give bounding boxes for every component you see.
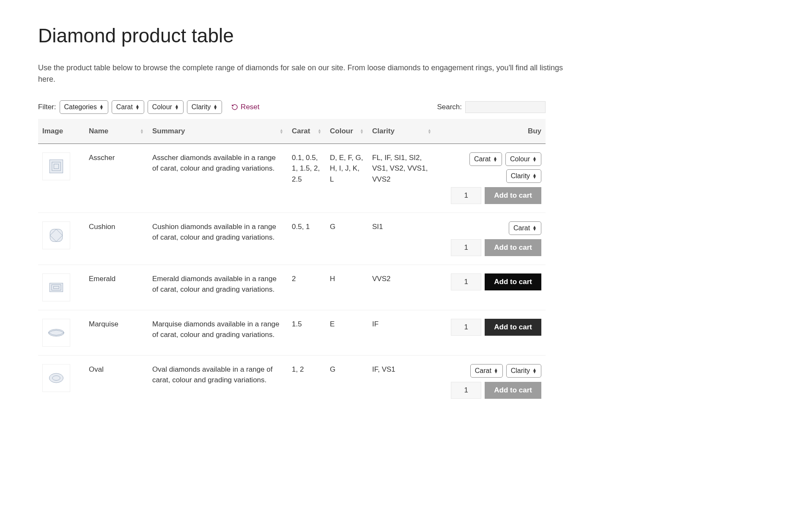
product-summary: Marquise diamonds available in a range o… xyxy=(148,310,288,355)
svg-rect-0 xyxy=(49,160,63,173)
sort-icon: ▲▼ xyxy=(140,129,144,134)
table-row: Asscher Asscher diamonds available in a … xyxy=(38,144,546,213)
page-title: Diamond product table xyxy=(38,21,774,50)
quantity-input[interactable] xyxy=(451,239,481,256)
search-wrap: Search: xyxy=(437,101,546,113)
filter-label: Filter: xyxy=(38,102,56,113)
product-summary: Emerald diamonds available in a range of… xyxy=(148,265,288,310)
buy-row: Add to cart xyxy=(451,273,541,290)
col-header-buy: Buy xyxy=(436,119,546,144)
buy-row: Add to cart xyxy=(451,382,541,399)
variant-colour-select[interactable]: Colour▲▼ xyxy=(505,152,541,166)
chevron-updown-icon: ▲▼ xyxy=(532,157,537,162)
filter-categories-label: Categories xyxy=(64,102,97,112)
col-header-colour[interactable]: Colour▲▼ xyxy=(326,119,368,144)
add-to-cart-button[interactable]: Add to cart xyxy=(485,382,541,399)
variant-selects: Carat▲▼ xyxy=(509,221,541,235)
filter-row: Filter: Categories ▲▼ Carat ▲▼ Colour ▲▼… xyxy=(38,100,260,114)
variant-clarity-select[interactable]: Clarity▲▼ xyxy=(506,364,541,378)
product-clarity: IF xyxy=(368,310,436,355)
undo-icon xyxy=(231,104,238,110)
variant-carat-select[interactable]: Carat▲▼ xyxy=(470,364,503,378)
product-name[interactable]: Emerald xyxy=(85,265,148,310)
variant-clarity-select[interactable]: Clarity▲▼ xyxy=(506,169,541,183)
filter-colour-select[interactable]: Colour ▲▼ xyxy=(148,100,184,114)
chevron-updown-icon: ▲▼ xyxy=(532,174,537,179)
product-colour: E xyxy=(326,310,368,355)
buy-row: Add to cart xyxy=(451,239,541,256)
product-carat: 0.1, 0.5, 1, 1.5, 2, 2.5 xyxy=(288,144,326,213)
product-carat: 1, 2 xyxy=(288,355,326,407)
quantity-input[interactable] xyxy=(451,319,481,336)
product-clarity: IF, VS1 xyxy=(368,355,436,407)
variant-carat-select[interactable]: Carat▲▼ xyxy=(469,152,502,166)
filter-clarity-label: Clarity xyxy=(192,102,211,112)
page-intro: Use the product table below to browse th… xyxy=(38,62,579,85)
add-to-cart-button[interactable]: Add to cart xyxy=(485,239,541,256)
variant-selects: Carat▲▼Clarity▲▼ xyxy=(470,364,541,378)
col-header-carat[interactable]: Carat▲▼ xyxy=(288,119,326,144)
table-controls: Filter: Categories ▲▼ Carat ▲▼ Colour ▲▼… xyxy=(38,100,546,114)
product-name[interactable]: Marquise xyxy=(85,310,148,355)
chevron-updown-icon: ▲▼ xyxy=(532,226,537,231)
search-label: Search: xyxy=(437,102,462,113)
reset-label: Reset xyxy=(241,102,259,113)
filter-carat-label: Carat xyxy=(116,102,133,112)
chevron-updown-icon: ▲▼ xyxy=(135,105,140,110)
product-colour: G xyxy=(326,213,368,265)
sort-icon: ▲▼ xyxy=(318,129,321,134)
chevron-updown-icon: ▲▼ xyxy=(494,368,498,373)
add-to-cart-button[interactable]: Add to cart xyxy=(485,319,541,336)
quantity-input[interactable] xyxy=(451,187,481,204)
product-summary: Oval diamonds available in a range of ca… xyxy=(148,355,288,407)
add-to-cart-button[interactable]: Add to cart xyxy=(485,187,541,204)
quantity-input[interactable] xyxy=(451,273,481,290)
product-carat: 1.5 xyxy=(288,310,326,355)
reset-link[interactable]: Reset xyxy=(231,102,259,113)
table-row: Marquise Marquise diamonds available in … xyxy=(38,310,546,355)
chevron-updown-icon: ▲▼ xyxy=(175,105,179,110)
sort-icon: ▲▼ xyxy=(428,129,431,134)
product-clarity: FL, IF, SI1, SI2, VS1, VS2, VVS1, VVS2 xyxy=(368,144,436,213)
product-summary: Cushion diamonds available in a range of… xyxy=(148,213,288,265)
variant-selects: Carat▲▼Colour▲▼Clarity▲▼ xyxy=(440,152,541,183)
buy-row: Add to cart xyxy=(451,187,541,204)
product-name[interactable]: Asscher xyxy=(85,144,148,213)
col-header-name[interactable]: Name▲▼ xyxy=(85,119,148,144)
product-thumb[interactable] xyxy=(42,273,70,301)
col-header-clarity[interactable]: Clarity▲▼ xyxy=(368,119,436,144)
product-colour: D, E, F, G, H, I, J, K, L xyxy=(326,144,368,213)
filter-carat-select[interactable]: Carat ▲▼ xyxy=(112,100,144,114)
filter-categories-select[interactable]: Categories ▲▼ xyxy=(60,100,108,114)
variant-carat-select[interactable]: Carat▲▼ xyxy=(509,221,541,235)
product-thumb[interactable] xyxy=(42,221,70,249)
filter-clarity-select[interactable]: Clarity ▲▼ xyxy=(187,100,222,114)
quantity-input[interactable] xyxy=(451,382,481,399)
product-thumb[interactable] xyxy=(42,319,70,347)
product-clarity: SI1 xyxy=(368,213,436,265)
product-carat: 0.5, 1 xyxy=(288,213,326,265)
product-name[interactable]: Cushion xyxy=(85,213,148,265)
col-header-image: Image xyxy=(38,119,85,144)
col-header-summary[interactable]: Summary▲▼ xyxy=(148,119,288,144)
table-row: Emerald Emerald diamonds available in a … xyxy=(38,265,546,310)
chevron-updown-icon: ▲▼ xyxy=(532,368,537,373)
chevron-updown-icon: ▲▼ xyxy=(99,105,104,110)
chevron-updown-icon: ▲▼ xyxy=(493,157,497,162)
product-table: Image Name▲▼ Summary▲▼ Carat▲▼ Colour▲▼ … xyxy=(38,119,546,407)
product-summary: Asscher diamonds available in a range of… xyxy=(148,144,288,213)
chevron-updown-icon: ▲▼ xyxy=(213,105,217,110)
add-to-cart-button[interactable]: Add to cart xyxy=(485,273,541,290)
search-input[interactable] xyxy=(465,101,546,113)
product-name[interactable]: Oval xyxy=(85,355,148,407)
filter-colour-label: Colour xyxy=(152,102,172,112)
buy-row: Add to cart xyxy=(451,319,541,336)
product-thumb[interactable] xyxy=(42,152,70,180)
product-colour: G xyxy=(326,355,368,407)
table-row: Oval Oval diamonds available in a range … xyxy=(38,355,546,407)
product-colour: H xyxy=(326,265,368,310)
sort-icon: ▲▼ xyxy=(280,129,283,134)
product-thumb[interactable] xyxy=(42,364,70,392)
sort-icon: ▲▼ xyxy=(360,129,364,134)
svg-point-8 xyxy=(49,373,63,382)
